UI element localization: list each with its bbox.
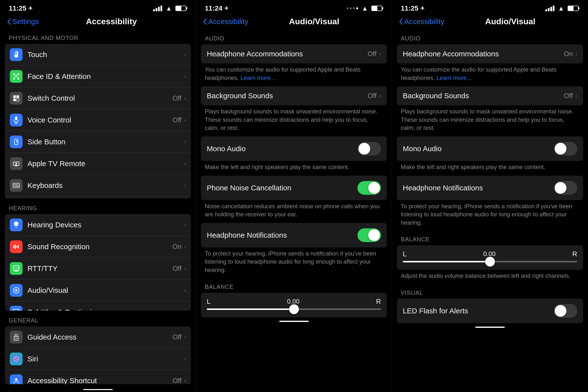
back-button-1[interactable]: Settings bbox=[7, 18, 39, 26]
row-headphone-acc-3[interactable]: Headphone Accommodations On › bbox=[397, 44, 583, 64]
balance-desc-3: Adjust the audio volume balance between … bbox=[392, 270, 588, 284]
row-faceid[interactable]: Face ID & Attention › bbox=[5, 66, 191, 88]
audio-visual-chevron: › bbox=[184, 287, 186, 294]
learn-more-link-2[interactable]: Learn more… bbox=[240, 74, 276, 81]
faceid-chevron: › bbox=[184, 73, 186, 80]
battery-icon-3 bbox=[568, 6, 579, 11]
signal-icon-1 bbox=[153, 6, 162, 11]
row-hearing-devices[interactable]: Hearing Devices › bbox=[5, 214, 191, 236]
svg-rect-23 bbox=[15, 186, 18, 186]
row-switch-control[interactable]: Switch Control Off › bbox=[5, 88, 191, 109]
keyboards-chevron: › bbox=[184, 182, 186, 189]
keyboards-icon bbox=[10, 179, 22, 192]
page-title-2: Audio/Visual bbox=[248, 17, 380, 26]
svg-rect-27 bbox=[16, 246, 17, 248]
card-bg-sounds-3: Background Sounds Off › bbox=[397, 86, 583, 105]
subtitles-chevron: › bbox=[184, 309, 186, 311]
row-subtitles[interactable]: Subtitles & Captioning › bbox=[5, 301, 191, 311]
svg-rect-25 bbox=[13, 246, 14, 248]
headphone-notif-label-3: Headphone Notifications bbox=[403, 184, 554, 192]
row-keyboards[interactable]: Keyboards › bbox=[5, 175, 191, 196]
svg-rect-7 bbox=[13, 98, 16, 101]
hearing-devices-label: Hearing Devices bbox=[28, 221, 184, 229]
balance-right-label-2: R bbox=[376, 298, 381, 306]
voice-control-icon bbox=[10, 114, 22, 126]
location-icon-1: ✈ bbox=[28, 6, 32, 11]
bg-sounds-chevron-2: › bbox=[379, 92, 381, 99]
switch-control-label: Switch Control bbox=[28, 94, 172, 102]
row-voice-control[interactable]: Voice Control Off › bbox=[5, 109, 191, 131]
faceid-label: Face ID & Attention bbox=[28, 72, 184, 80]
row-mono-audio-2: Mono Audio bbox=[201, 136, 387, 161]
scroll-indicator-2 bbox=[279, 321, 309, 322]
svg-rect-18 bbox=[14, 184, 14, 185]
row-bg-sounds-3[interactable]: Background Sounds Off › bbox=[397, 86, 583, 105]
side-button-icon bbox=[10, 136, 22, 148]
balance-section-label-3: Balance bbox=[392, 231, 588, 245]
row-siri[interactable]: Siri › bbox=[5, 348, 191, 370]
bg-sounds-value-2: Off bbox=[368, 92, 376, 100]
voice-control-chevron: › bbox=[184, 116, 186, 124]
rtt-tty-chevron: › bbox=[184, 265, 186, 272]
voice-control-label: Voice Control bbox=[28, 116, 172, 124]
row-rtt-tty[interactable]: TTY RTT/TTY Off › bbox=[5, 258, 191, 280]
headphone-notif-label-2: Headphone Notifications bbox=[207, 231, 358, 239]
balance-track-2[interactable] bbox=[207, 308, 381, 310]
row-bg-sounds-2[interactable]: Background Sounds Off › bbox=[201, 86, 387, 105]
balance-left-label-3: L bbox=[403, 250, 407, 258]
mono-audio-toggle-3[interactable] bbox=[554, 142, 577, 156]
panel-audio-visual-off: 11:24 ✈ ▲ Accessibility Audio/Visual Aud… bbox=[196, 0, 392, 392]
row-audio-visual[interactable]: Audio/Visual › bbox=[5, 280, 191, 301]
bg-sounds-desc-2: Plays background sounds to mask unwanted… bbox=[196, 106, 392, 136]
voice-control-value: Off bbox=[172, 116, 182, 124]
nav-bar-1: Settings Accessibility bbox=[0, 15, 196, 30]
page-title-1: Accessibility bbox=[39, 17, 184, 26]
phone-noise-label-2: Phone Noise Cancellation bbox=[207, 184, 358, 192]
location-icon-2: ✈ bbox=[224, 6, 228, 11]
rtt-tty-label: RTT/TTY bbox=[28, 264, 172, 273]
card-phone-noise-2: Phone Noise Cancellation bbox=[201, 176, 387, 200]
time-2: 11:24 bbox=[205, 4, 222, 12]
row-sound-recognition[interactable]: Sound Recognition On › bbox=[5, 236, 191, 258]
guided-access-icon bbox=[10, 331, 22, 344]
siri-label: Siri bbox=[28, 355, 184, 363]
panel-audio-visual-on: 11:25 ✈ ▲ Accessibility Audio/Visual Aud… bbox=[392, 0, 588, 392]
svg-text:TTY: TTY bbox=[14, 267, 19, 270]
svg-rect-12 bbox=[14, 139, 18, 145]
apple-tv-chevron: › bbox=[184, 160, 186, 167]
row-mono-audio-3: Mono Audio bbox=[397, 136, 583, 161]
wifi-icon-2: ▲ bbox=[362, 5, 368, 12]
headphone-notif-toggle-3[interactable] bbox=[554, 181, 577, 195]
row-airpods[interactable]: AirPods › bbox=[5, 196, 191, 198]
headphone-notif-toggle-2[interactable] bbox=[358, 228, 381, 242]
guided-access-label: Guided Access bbox=[28, 333, 172, 341]
phone-noise-toggle-2[interactable] bbox=[358, 181, 381, 195]
status-right-2: ▲ bbox=[347, 5, 383, 12]
row-apple-tv[interactable]: Apple TV Remote › bbox=[5, 153, 191, 175]
back-button-2[interactable]: Accessibility bbox=[203, 18, 248, 26]
bg-sounds-value-3: Off bbox=[564, 92, 573, 100]
row-touch[interactable]: Touch › bbox=[5, 44, 191, 66]
rtt-tty-icon: TTY bbox=[10, 262, 22, 275]
headphone-acc-chevron-3: › bbox=[575, 50, 577, 57]
back-button-3[interactable]: Accessibility bbox=[399, 18, 444, 26]
learn-more-link-3[interactable]: Learn more… bbox=[436, 74, 472, 81]
mono-audio-toggle-2[interactable] bbox=[358, 142, 381, 156]
headphone-notif-desc-3: To protect your hearing, iPhone sends a … bbox=[392, 201, 588, 231]
balance-track-3[interactable] bbox=[403, 261, 577, 262]
row-side-button[interactable]: Side Button › bbox=[5, 131, 191, 153]
bg-sounds-chevron-3: › bbox=[575, 92, 577, 99]
svg-rect-24 bbox=[18, 186, 19, 186]
svg-rect-26 bbox=[15, 244, 16, 249]
led-flash-toggle-3[interactable] bbox=[554, 304, 577, 318]
row-guided-access[interactable]: Guided Access Off › bbox=[5, 326, 191, 348]
battery-icon-1 bbox=[176, 6, 187, 11]
row-accessibility-shortcut[interactable]: Accessibility Shortcut Off › bbox=[5, 370, 191, 384]
keyboards-label: Keyboards bbox=[28, 181, 184, 190]
row-headphone-acc-2[interactable]: Headphone Accommodations Off › bbox=[201, 44, 387, 64]
back-label-2: Accessibility bbox=[208, 18, 248, 26]
balance-slider-section-2: L 0.00 R bbox=[201, 293, 387, 317]
headphone-acc-value-2: Off bbox=[368, 50, 376, 58]
svg-point-42 bbox=[15, 378, 17, 380]
svg-rect-19 bbox=[15, 184, 16, 185]
